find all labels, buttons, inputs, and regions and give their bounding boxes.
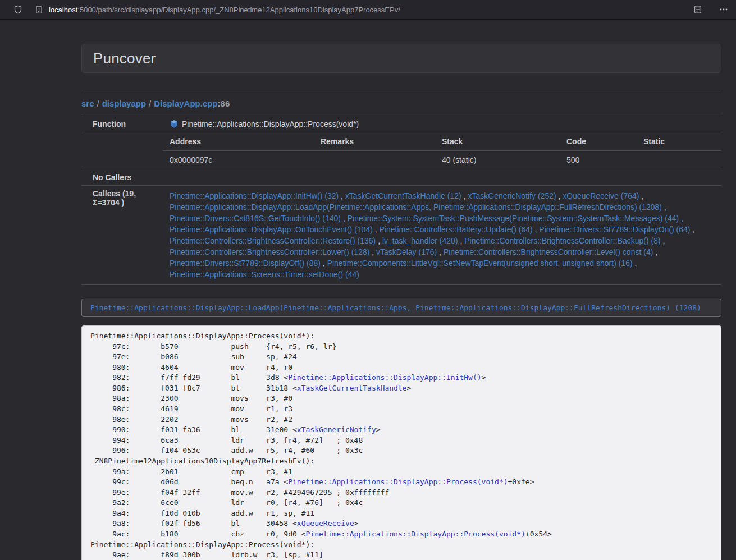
function-icon (170, 120, 179, 128)
callee-link[interactable]: Pinetime::Drivers::St7789::DisplayOff() … (170, 259, 321, 268)
callee-link[interactable]: Pinetime::Controllers::BrightnessControl… (464, 236, 660, 245)
no-callers-label: No Callers (81, 169, 163, 186)
callee-link[interactable]: xTaskGenericNotify (252) (468, 191, 556, 200)
code-symbol-link[interactable]: xTaskGenericNotify (297, 425, 376, 434)
callee-link[interactable]: Pinetime::Applications::DisplayApp::Load… (170, 203, 662, 212)
highlighted-symbol-link[interactable]: Pinetime::Applications::DisplayApp::Load… (90, 304, 701, 312)
code-symbol-link[interactable]: Pinetime::Applications::DisplayApp::Proc… (288, 478, 508, 486)
code-symbol-link[interactable]: xQueueReceive (297, 519, 354, 527)
callee-link[interactable]: xQueueReceive (764) (563, 191, 639, 200)
page-content: Puncover src/displayapp/DisplayApp.cpp:8… (81, 44, 721, 560)
function-table: Function Pinetime::Applications::Display… (81, 116, 721, 285)
page-icon[interactable] (34, 4, 44, 15)
callee-link[interactable]: Pinetime::Controllers::Battery::Update()… (380, 225, 533, 234)
breadcrumb-separator: / (94, 99, 102, 108)
column-header-static: Static (637, 132, 721, 151)
static-value (637, 151, 721, 169)
callees-row: Callees (19, Σ=3704 ) Pinetime::Applicat… (81, 186, 721, 285)
callee-link[interactable]: vTaskDelay (176) (376, 247, 437, 256)
column-header-stack: Stack (435, 132, 560, 151)
reader-view-icon[interactable] (693, 4, 703, 15)
breadcrumb: src/displayapp/DisplayApp.cpp:86 (81, 99, 721, 108)
breadcrumb-separator: / (146, 99, 154, 108)
callees-list: Pinetime::Applications::DisplayApp::Init… (170, 189, 717, 281)
callee-link[interactable]: Pinetime::Applications::DisplayApp::OnTo… (170, 225, 373, 234)
code-symbol-link[interactable]: xTaskGetCurrentTaskHandle (297, 384, 407, 392)
callee-link[interactable]: Pinetime::System::SystemTask::PushMessag… (348, 214, 679, 223)
callee-link[interactable]: Pinetime::Applications::DisplayApp::Init… (170, 191, 339, 200)
address-value: 0x0000097c (163, 151, 314, 169)
column-header-remarks: Remarks (314, 132, 435, 151)
breadcrumb-link-file[interactable]: DisplayApp.cpp (154, 99, 217, 108)
function-label: Function (81, 116, 163, 132)
breadcrumb-link-src[interactable]: src (81, 99, 94, 108)
address-table: Address Remarks Stack Code Static 0x0000… (163, 132, 721, 169)
callee-link[interactable]: lv_task_handler (420) (382, 236, 458, 245)
shield-icon[interactable] (13, 4, 23, 15)
callee-link[interactable]: xTaskGetCurrentTaskHandle (12) (345, 191, 461, 200)
callees-label: Callees (19, Σ=3704 ) (81, 186, 163, 285)
page-title: Puncover (93, 50, 156, 67)
stack-value: 40 (static) (435, 151, 560, 169)
function-row: Function Pinetime::Applications::Display… (81, 116, 721, 132)
disassembly-block: Pinetime::Applications::DisplayApp::Proc… (81, 325, 721, 560)
remarks-value (314, 151, 435, 169)
url-host: localhost (49, 6, 77, 14)
function-name: Pinetime::Applications::DisplayApp::Proc… (182, 120, 359, 128)
address-value-row: 0x0000097c 40 (static) 500 (163, 151, 721, 169)
callee-link[interactable]: Pinetime::Controllers::BrightnessControl… (170, 236, 376, 245)
callee-link[interactable]: Pinetime::Drivers::St7789::DisplayOn() (… (539, 225, 690, 234)
column-header-code: Code (560, 132, 637, 151)
divider (81, 90, 721, 90)
breadcrumb-line-number: :86 (218, 99, 230, 108)
url-bar[interactable]: localhost:5000/path/src/displayapp/Displ… (49, 6, 693, 14)
breadcrumb-link-displayapp[interactable]: displayapp (102, 99, 146, 108)
code-symbol-link[interactable]: Pinetime::Applications::DisplayApp::Init… (288, 373, 481, 382)
callee-link[interactable]: Pinetime::Applications::Screens::Timer::… (170, 270, 359, 279)
browser-chrome: localhost:5000/path/src/displayapp/Displ… (0, 0, 736, 20)
address-header-row: Address Remarks Stack Code Static (163, 132, 721, 151)
overflow-menu-icon[interactable] (719, 4, 729, 15)
column-header-address: Address (163, 132, 314, 151)
url-path: :5000/path/src/displayapp/DisplayApp.cpp… (77, 6, 400, 14)
code-symbol-link[interactable]: Pinetime::Applications::DisplayApp::Proc… (306, 530, 525, 538)
callee-link[interactable]: Pinetime::Drivers::Cst816S::GetTouchInfo… (170, 214, 341, 223)
app-header: Puncover (81, 44, 721, 73)
callee-link[interactable]: Pinetime::Controllers::BrightnessControl… (170, 247, 369, 256)
code-size-value: 500 (560, 151, 637, 169)
no-callers-row: No Callers (81, 169, 721, 186)
callee-link[interactable]: Pinetime::Components::LittleVgl::SetNewT… (327, 259, 633, 268)
address-row: Address Remarks Stack Code Static 0x0000… (81, 132, 721, 169)
highlighted-symbol-box: Pinetime::Applications::DisplayApp::Load… (81, 299, 721, 317)
callee-link[interactable]: Pinetime::Controllers::BrightnessControl… (444, 247, 653, 256)
